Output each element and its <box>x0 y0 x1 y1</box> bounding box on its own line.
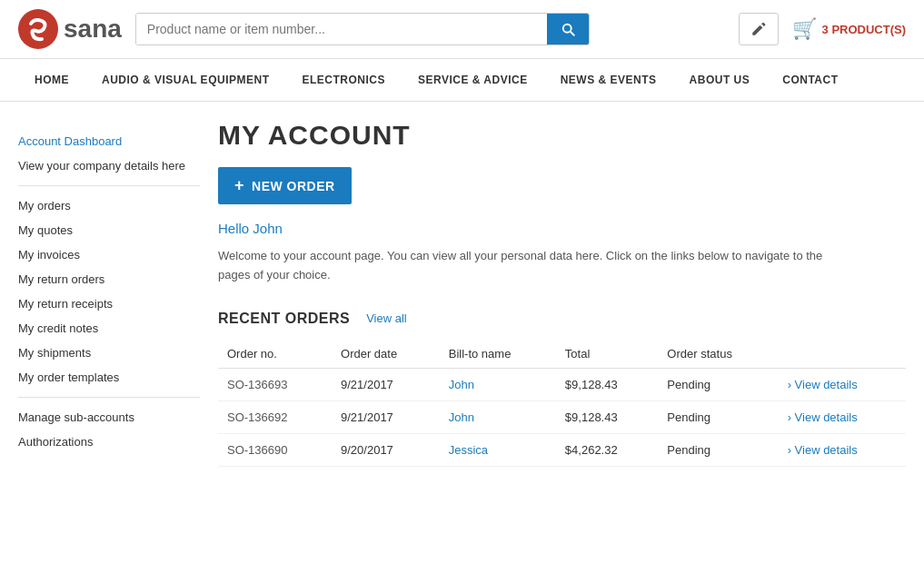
nav-electronics[interactable]: ELECTRONICS <box>285 59 402 101</box>
sidebar-item-my-invoices[interactable]: My invoices <box>18 242 200 267</box>
logo-text: sana <box>64 15 122 44</box>
col-bill-to: Bill-to name <box>440 340 556 369</box>
nav-audio-visual[interactable]: AUDIO & VISUAL EQUIPMENT <box>85 59 285 101</box>
sidebar-item-my-orders[interactable]: My orders <box>18 193 200 218</box>
edit-icon <box>750 21 767 37</box>
sidebar-divider-2 <box>18 397 200 398</box>
table-row: SO-136692 9/21/2017 John $9,128.43 Pendi… <box>218 400 906 433</box>
sidebar-item-my-return-receipts[interactable]: My return receipts <box>18 291 200 316</box>
nav-about-us[interactable]: ABOUT US <box>673 59 767 101</box>
sidebar-item-authorizations[interactable]: Authorizations <box>18 430 200 454</box>
nav-contact[interactable]: CONTACT <box>766 59 854 101</box>
total-cell: $4,262.32 <box>556 433 659 466</box>
view-link-cell[interactable]: › View details <box>779 433 906 466</box>
logo[interactable]: sana <box>18 9 122 49</box>
view-link-cell[interactable]: › View details <box>779 368 906 400</box>
order-date-cell: 9/21/2017 <box>332 400 440 433</box>
new-order-label: NEW ORDER <box>252 179 335 193</box>
recent-orders-table: Order no. Order date Bill-to name Total … <box>218 340 906 467</box>
status-cell: Pending <box>658 368 778 400</box>
header: sana 🛒 3 PRODUCT(S) <box>0 0 924 59</box>
status-cell: Pending <box>658 433 778 466</box>
sidebar-item-manage-sub-accounts[interactable]: Manage sub-accounts <box>18 405 200 430</box>
content-area: MY ACCOUNT + NEW ORDER Hello John Welcom… <box>218 120 906 467</box>
search-icon <box>560 21 576 37</box>
sidebar-item-company-details[interactable]: View your company details here <box>18 153 200 178</box>
order-date-cell: 9/20/2017 <box>332 433 440 466</box>
view-details-link[interactable]: › View details <box>788 443 858 457</box>
edit-button[interactable] <box>739 13 779 45</box>
view-link-cell[interactable]: › View details <box>779 400 906 433</box>
order-no-cell: SO-136693 <box>218 368 332 400</box>
col-order-date: Order date <box>332 340 440 369</box>
svg-point-0 <box>18 9 58 49</box>
nav-news-events[interactable]: NEWS & EVENTS <box>544 59 673 101</box>
recent-orders-title: RECENT ORDERS <box>218 311 350 327</box>
main-nav: HOME AUDIO & VISUAL EQUIPMENT ELECTRONIC… <box>0 59 924 102</box>
sidebar-item-my-credit-notes[interactable]: My credit notes <box>18 316 200 341</box>
table-row: SO-136693 9/21/2017 John $9,128.43 Pendi… <box>218 368 906 400</box>
cart-count: 3 PRODUCT(S) <box>822 23 906 36</box>
view-all-link[interactable]: View all <box>366 311 407 325</box>
nav-home[interactable]: HOME <box>18 59 85 101</box>
plus-icon: + <box>234 176 244 195</box>
order-no-cell: SO-136690 <box>218 433 332 466</box>
view-details-link[interactable]: › View details <box>788 378 858 391</box>
recent-orders-header: RECENT ORDERS View all <box>218 311 906 327</box>
sidebar-item-my-quotes[interactable]: My quotes <box>18 218 200 242</box>
header-actions: 🛒 3 PRODUCT(S) <box>739 13 906 45</box>
col-total: Total <box>556 340 659 369</box>
col-order-status: Order status <box>658 340 778 369</box>
bill-to-cell: John <box>440 400 556 433</box>
sidebar: Account Dashboard View your company deta… <box>18 120 200 467</box>
nav-service-advice[interactable]: SERVICE & ADVICE <box>402 59 544 101</box>
main-layout: Account Dashboard View your company deta… <box>0 102 924 485</box>
view-details-link[interactable]: › View details <box>788 410 858 424</box>
sidebar-divider-1 <box>18 185 200 186</box>
greeting: Hello John <box>218 221 906 236</box>
table-header-row: Order no. Order date Bill-to name Total … <box>218 340 906 369</box>
sidebar-item-account-dashboard[interactable]: Account Dashboard <box>18 129 200 153</box>
order-no-cell: SO-136692 <box>218 400 332 433</box>
search-input[interactable] <box>136 14 547 44</box>
sidebar-item-my-shipments[interactable]: My shipments <box>18 341 200 365</box>
cart[interactable]: 🛒 3 PRODUCT(S) <box>792 17 906 41</box>
new-order-button[interactable]: + NEW ORDER <box>218 167 352 204</box>
cart-icon: 🛒 <box>792 17 817 41</box>
page-title: MY ACCOUNT <box>218 120 906 151</box>
col-actions <box>779 340 906 369</box>
bill-to-cell: Jessica <box>440 433 556 466</box>
search-bar <box>135 13 590 45</box>
table-row: SO-136690 9/20/2017 Jessica $4,262.32 Pe… <box>218 433 906 466</box>
search-button[interactable] <box>547 14 589 44</box>
sidebar-item-my-order-templates[interactable]: My order templates <box>18 365 200 390</box>
total-cell: $9,128.43 <box>556 400 659 433</box>
total-cell: $9,128.43 <box>556 368 659 400</box>
bill-to-cell: John <box>440 368 556 400</box>
status-cell: Pending <box>658 400 778 433</box>
order-date-cell: 9/21/2017 <box>332 368 440 400</box>
sidebar-item-my-return-orders[interactable]: My return orders <box>18 267 200 291</box>
welcome-text: Welcome to your account page. You can vi… <box>218 247 836 285</box>
col-order-no: Order no. <box>218 340 332 369</box>
